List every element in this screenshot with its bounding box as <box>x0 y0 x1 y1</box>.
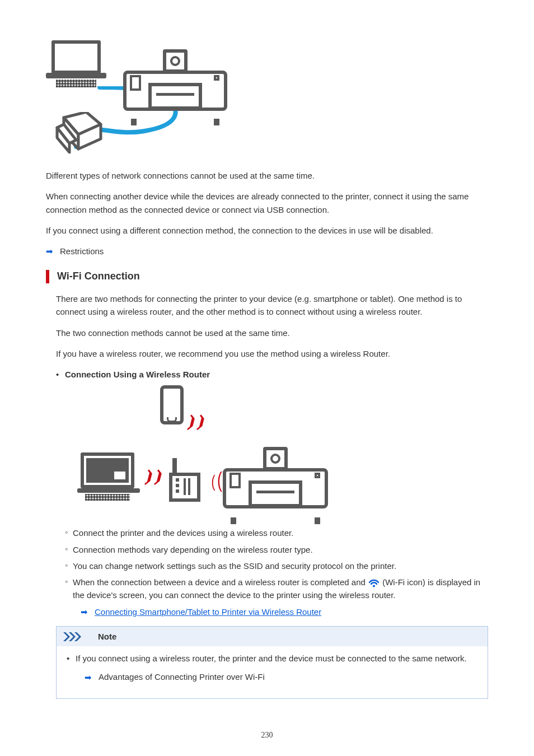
note-box: Note If you connect using a wireless rou… <box>56 626 488 699</box>
wireless-waves-icon: ⦘⦘ <box>143 465 162 489</box>
arrow-right-icon: ➡ <box>81 608 88 616</box>
note-header: Note <box>57 627 488 646</box>
note-item-1: If you connect using a wireless router, … <box>67 652 477 684</box>
advantages-link-label: Advantages of Connecting Printer over Wi… <box>99 670 265 683</box>
section-heading-wifi: Wi-Fi Connection <box>46 269 488 284</box>
arrow-right-icon: ➡ <box>46 247 53 255</box>
wifi-paragraph-1: There are two methods for connecting the… <box>56 292 488 319</box>
bullet-title: Connection Using a Wireless Router <box>65 370 210 379</box>
connect-smartphone-link[interactable]: ➡ Connecting Smartphone/Tablet to Printe… <box>81 605 488 618</box>
advantages-link[interactable]: ➡ Advantages of Connecting Printer over … <box>85 670 477 683</box>
sub-bullet-1: Connect the printer and the devices usin… <box>65 526 488 539</box>
heading-accent-icon <box>46 270 49 283</box>
figure-usb-connection <box>46 40 227 159</box>
wireless-waves-icon: ⦘⦘ <box>186 410 205 434</box>
router-icon <box>169 458 200 502</box>
printer-icon <box>223 447 328 519</box>
bullet-connection-using-router: Connection Using a Wireless Router ⦘⦘ ⦘⦘… <box>56 368 488 618</box>
wifi-paragraph-3: If you have a wireless router, we recomm… <box>56 347 488 360</box>
intro-paragraph-2: When connecting another device while the… <box>46 190 488 216</box>
wifi-icon <box>368 578 380 588</box>
restrictions-link[interactable]: ➡ Restrictions <box>46 245 488 258</box>
heading-text: Wi-Fi Connection <box>57 269 140 284</box>
usb-plug-icon <box>54 112 103 157</box>
note-label: Note <box>98 630 116 643</box>
page-number: 230 <box>0 729 534 741</box>
svg-point-5 <box>373 585 375 587</box>
sub-bullet-2: Connection methods vary depending on the… <box>65 543 488 556</box>
sub-bullet-4: When the connection between a device and… <box>65 576 488 618</box>
laptop-icon <box>77 452 146 504</box>
restrictions-label: Restrictions <box>60 245 104 258</box>
laptop-icon <box>46 40 106 91</box>
chevrons-icon <box>63 632 92 641</box>
intro-paragraph-1: Different types of network connections c… <box>46 169 488 182</box>
wireless-waves-icon: (( <box>210 464 223 497</box>
sub-bullet-3: You can change network settings such as … <box>65 559 488 572</box>
sub-bullet-4-text-a: When the connection between a device and… <box>73 577 368 587</box>
intro-paragraph-3: If you connect using a different connect… <box>46 224 488 237</box>
arrow-right-icon: ➡ <box>85 673 92 682</box>
smartphone-icon <box>160 385 184 424</box>
printer-icon <box>123 49 227 120</box>
svg-marker-6 <box>63 632 70 641</box>
note-item-1-text: If you connect using a wireless router, … <box>76 654 467 663</box>
figure-wireless-connection: ⦘⦘ ⦘⦘ (( <box>77 385 328 520</box>
connect-smartphone-link-label: Connecting Smartphone/Tablet to Printer … <box>95 605 321 618</box>
wifi-paragraph-2: The two connection methods cannot be use… <box>56 326 488 339</box>
page: Different types of network connections c… <box>0 0 534 756</box>
